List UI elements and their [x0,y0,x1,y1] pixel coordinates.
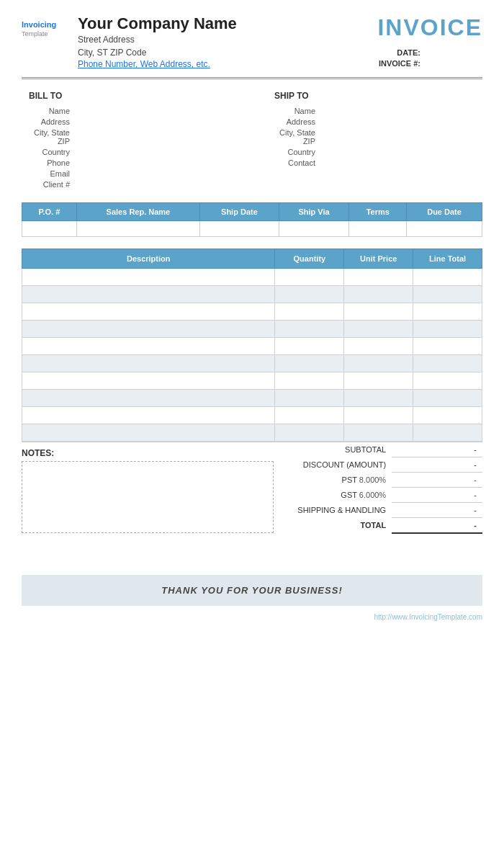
phone-web-link[interactable]: Phone Number, Web Address, etc. [78,59,210,69]
item-cell-3-0 [22,321,275,338]
item-cell-0-0 [22,269,275,286]
item-cell-6-2 [344,372,413,390]
item-cell-1-0 [22,286,275,303]
gst-value: - [392,488,482,503]
header-divider [22,77,482,79]
bill-email-row: Email [29,169,230,178]
item-cell-2-0 [22,303,275,321]
pst-label: PST 8.000% [252,473,392,488]
ship-name-row: Name [274,107,475,115]
bill-name-row: Name [29,107,230,115]
item-cell-1-2 [344,286,413,303]
ship-to-block: SHIP TO Name Address City, State ZIP Cou… [274,91,475,191]
gst-label: GST 6.000% [252,488,392,503]
discount-value: - [392,457,482,473]
item-row-1 [22,286,482,303]
ship-to-heading: SHIP TO [274,91,475,101]
quantity-header: Quantity [275,249,344,269]
info-table-data-row [22,221,482,237]
terms-value [349,221,407,237]
bill-phone-label: Phone [29,158,76,167]
company-section: Invoicing Template Your Company Name Str… [22,14,237,69]
watermark-text: http://www.InvoicingTemplate.com [374,613,482,621]
discount-label: DISCOUNT (AMOUNT) [252,457,392,473]
company-details: Your Company Name Street Address City, S… [78,14,237,69]
pst-row: PST 8.000% - [252,473,482,488]
thank-you-bar: THANK YOU FOR YOUR BUSINESS! [22,575,482,606]
ship-contact-label: Contact [274,158,321,167]
bill-to-heading: BILL TO [29,91,230,101]
bill-country-row: Country [29,148,230,156]
item-cell-1-1 [275,286,344,303]
date-label: DATE: [397,48,420,57]
bill-client-label: Client # [29,180,76,189]
invoice-title-section: INVOICE DATE: INVOICE #: [377,14,482,70]
item-cell-4-1 [275,338,344,355]
page-header: Invoicing Template Your Company Name Str… [22,14,482,70]
bill-country-label: Country [29,148,76,156]
shipping-row: SHIPPING & HANDLING - [252,503,482,518]
notes-box[interactable] [22,461,274,533]
item-cell-0-3 [413,269,482,286]
ship-address-label: Address [274,117,321,126]
item-cell-5-0 [22,355,275,372]
totals-table: SUBTOTAL - DISCOUNT (AMOUNT) - PST 8.000… [252,442,482,534]
sales-rep-value [76,221,199,237]
ship-city-row: City, State ZIP [274,128,475,146]
item-cell-4-0 [22,338,275,355]
subtotal-row: SUBTOTAL - [252,442,482,457]
item-cell-5-3 [413,355,482,372]
item-cell-8-2 [344,407,413,424]
item-cell-4-3 [413,338,482,355]
ship-contact-row: Contact [274,158,475,167]
ship-address-row: Address [274,117,475,126]
ship-name-label: Name [274,107,321,115]
item-row-3 [22,321,482,338]
item-cell-2-2 [344,303,413,321]
ship-date-header: Ship Date [200,203,279,221]
total-row: TOTAL - [252,518,482,534]
invoice-title: INVOICE [377,14,482,41]
bill-address-label: Address [29,117,76,126]
sales-rep-header: Sales Rep. Name [76,203,199,221]
unit-price-header: Unit Price [344,249,413,269]
notes-label: NOTES: [22,448,243,458]
item-cell-4-2 [344,338,413,355]
subtotal-label: SUBTOTAL [252,442,392,457]
item-cell-2-3 [413,303,482,321]
item-cell-3-2 [344,321,413,338]
item-row-2 [22,303,482,321]
item-cell-7-1 [275,390,344,407]
item-row-5 [22,355,482,372]
item-cell-7-2 [344,390,413,407]
item-row-9 [22,424,482,442]
item-cell-0-1 [275,269,344,286]
item-cell-3-1 [275,321,344,338]
description-header: Description [22,249,275,269]
item-cell-0-2 [344,269,413,286]
item-cell-7-3 [413,390,482,407]
date-row: DATE: [377,48,482,57]
item-cell-5-2 [344,355,413,372]
invoice-num-row: INVOICE #: [377,59,482,68]
ship-via-value [279,221,349,237]
item-cell-6-3 [413,372,482,390]
info-table: P.O. # Sales Rep. Name Ship Date Ship Vi… [22,202,482,237]
line-total-header: Line Total [413,249,482,269]
invoice-meta: DATE: INVOICE #: [377,48,482,68]
info-table-header-row: P.O. # Sales Rep. Name Ship Date Ship Vi… [22,203,482,221]
thank-you-text: THANK YOU FOR YOUR BUSINESS! [161,585,342,596]
item-cell-9-2 [344,424,413,442]
bill-city-label: City, State ZIP [29,128,76,146]
bill-email-label: Email [29,169,76,178]
svg-text:Template: Template [22,30,48,37]
shipping-value: - [392,503,482,518]
invoice-num-label: INVOICE #: [379,59,420,68]
footer-watermark: http://www.InvoicingTemplate.com [22,613,482,621]
svg-text:Invoicing: Invoicing [22,20,56,29]
due-date-header: Due Date [407,203,482,221]
discount-row: DISCOUNT (AMOUNT) - [252,457,482,473]
items-header-row: Description Quantity Unit Price Line Tot… [22,249,482,269]
item-cell-8-0 [22,407,275,424]
item-cell-9-0 [22,424,275,442]
